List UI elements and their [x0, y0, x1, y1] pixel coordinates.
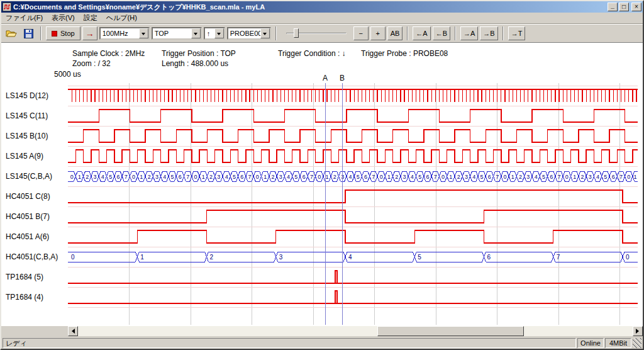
stop-button[interactable]: Stop [46, 26, 80, 40]
menu-help[interactable]: ヘルプ(H) [102, 12, 142, 24]
svg-text:4: 4 [163, 174, 166, 180]
goto-cursor-b-left-button[interactable]: ←B [433, 26, 450, 40]
svg-text:0: 0 [503, 174, 506, 180]
channel-trace-ls145-c-11- [68, 110, 638, 122]
channel-label: LS145 A(9) [6, 146, 43, 166]
time-ruler-label: 5000 us [54, 70, 81, 79]
svg-text:1: 1 [202, 174, 205, 180]
scroll-right-button[interactable] [633, 326, 643, 336]
waveform-client-area: Sample Clock : 2MHz Trigger Position : T… [1, 43, 643, 326]
channel-label: TP1684 (4) [6, 287, 43, 307]
menu-view[interactable]: 表示(V) [47, 12, 79, 24]
svg-text:7: 7 [186, 174, 189, 180]
channel-label: HC4051 C(8) [6, 186, 50, 206]
zoom-in-button[interactable]: + [370, 26, 386, 40]
open-button[interactable] [4, 26, 19, 40]
svg-text:6: 6 [612, 174, 615, 180]
scrollbar-thumb[interactable] [377, 326, 524, 336]
channel-label: HC4051(C,B,A) [6, 247, 58, 267]
svg-text:1: 1 [573, 174, 576, 180]
menu-settings[interactable]: 設定 [79, 12, 102, 24]
svg-text:6: 6 [550, 174, 553, 180]
sample-clock-select[interactable]: 100MHz [99, 27, 150, 40]
svg-text:6: 6 [488, 174, 491, 180]
svg-text:5: 5 [542, 174, 545, 180]
save-button[interactable] [21, 26, 36, 40]
zoom-out-button[interactable]: − [353, 26, 369, 40]
svg-text:5: 5 [109, 174, 112, 180]
maximize-button[interactable]: □ [619, 3, 629, 11]
svg-text:2: 2 [519, 174, 522, 180]
svg-text:3: 3 [155, 174, 158, 180]
svg-text:4: 4 [535, 174, 538, 180]
svg-text:4: 4 [225, 174, 228, 180]
svg-text:3: 3 [94, 174, 97, 180]
chevron-down-icon [263, 33, 267, 37]
svg-text:1: 1 [78, 174, 81, 180]
svg-text:3: 3 [279, 174, 282, 180]
dropdown-button[interactable] [139, 28, 148, 38]
channel-label: LS145(C,B,A) [6, 166, 52, 186]
svg-text:4: 4 [411, 174, 414, 180]
svg-text:3: 3 [465, 174, 468, 180]
svg-text:4: 4 [348, 174, 352, 180]
svg-text:2: 2 [86, 174, 89, 180]
dropdown-button[interactable] [214, 28, 224, 38]
svg-text:1: 1 [140, 174, 143, 180]
resize-grip[interactable] [633, 338, 641, 348]
minimize-button[interactable]: _ [608, 3, 618, 11]
svg-text:3: 3 [403, 174, 406, 180]
trigger-probe-select[interactable]: PROBE00 [227, 27, 271, 40]
waveform-plot[interactable]: 0123456701234567012345670123456701234567… [68, 83, 638, 325]
svg-text:7: 7 [558, 174, 561, 180]
goto-cursor-a-right-button[interactable]: →A [460, 26, 478, 40]
svg-text:5: 5 [418, 254, 421, 261]
svg-text:6: 6 [179, 174, 182, 180]
trigger-edge-select[interactable]: ↑ [204, 27, 225, 40]
svg-text:2: 2 [457, 174, 460, 180]
chevron-down-icon [194, 33, 197, 37]
cursor-b-label[interactable]: B [340, 74, 345, 82]
trigger-position-select[interactable]: TOP [152, 27, 202, 40]
horizontal-scrollbar[interactable] [68, 326, 643, 336]
goto-cursor-a-left-button[interactable]: ←A [413, 26, 430, 40]
window-title: C:¥Documents and Settings¥noname¥デスクトップ¥… [13, 1, 606, 13]
svg-text:4: 4 [596, 174, 599, 180]
trigger-condition-info: Trigger Condition : ↓ [278, 49, 346, 58]
svg-text:0: 0 [441, 174, 445, 180]
zoom-slider-thumb[interactable] [294, 28, 299, 38]
channel-trace-hc4051-c-8- [68, 190, 638, 203]
goto-trigger-button[interactable]: →T [508, 26, 526, 40]
channel-trace-tp1684-4- [68, 291, 638, 303]
folder-open-icon [6, 29, 17, 38]
svg-text:7: 7 [125, 174, 128, 180]
toolbar-separator [407, 26, 408, 40]
svg-text:0: 0 [318, 174, 321, 180]
svg-text:2: 2 [210, 254, 214, 261]
toolbar-separator [502, 26, 504, 40]
cursor-a-label[interactable]: A [323, 74, 328, 82]
length-info: Length : 488.000 us [162, 59, 228, 68]
chevron-down-icon [142, 33, 145, 37]
dropdown-button[interactable] [191, 28, 201, 38]
scroll-left-button[interactable] [68, 326, 78, 336]
channel-trace-hc4051-b-7- [68, 210, 638, 223]
zoom-ab-button[interactable]: AB [387, 26, 403, 40]
toolbar: Stop → 100MHz TOP ↑ PROBE00 − + AB ←A ←B [1, 24, 643, 43]
svg-text:7: 7 [496, 174, 499, 180]
run-button[interactable]: → [82, 26, 97, 40]
status-memory: 4MBit [605, 338, 631, 348]
close-button[interactable]: × [631, 3, 641, 11]
channel-trace-ls145-d-12- [68, 89, 638, 102]
zoom-slider[interactable] [286, 27, 347, 40]
menu-file[interactable]: ファイル(F) [1, 12, 47, 24]
goto-cursor-b-right-button[interactable]: →B [480, 26, 497, 40]
channel-label: LS145 C(11) [6, 106, 48, 126]
dropdown-button[interactable] [260, 28, 270, 38]
svg-text:4: 4 [348, 254, 352, 261]
svg-text:7: 7 [310, 174, 313, 180]
channel-trace-hc4051-c-b-a-: 012345670 [68, 252, 638, 262]
toolbar-separator [455, 26, 456, 40]
scrollbar-track[interactable] [78, 326, 633, 336]
toolbar-separator [40, 26, 42, 40]
